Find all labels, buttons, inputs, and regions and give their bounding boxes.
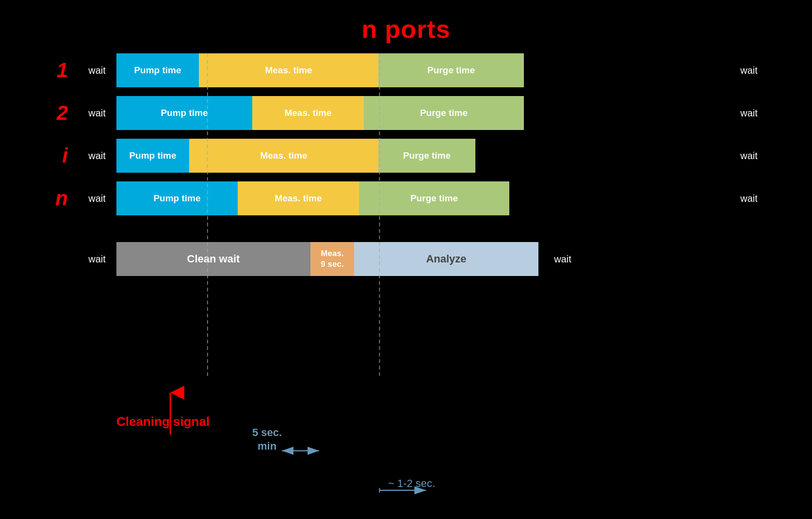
- row-n-bars: Pump time Meas. time Purge time: [116, 181, 725, 215]
- cleaning-signal-label: Cleaning signal: [116, 414, 210, 429]
- row-1-wait-left: wait: [78, 65, 116, 76]
- row-n-purge: Purge time: [359, 181, 509, 215]
- bottom-clean: Clean wait: [116, 242, 310, 276]
- row-1-pump: Pump time: [116, 53, 199, 87]
- row-n-meas: Meas. time: [238, 181, 359, 215]
- row-2-purge: Purge time: [364, 96, 524, 130]
- row-2-wait-left: wait: [78, 108, 116, 119]
- bottom-wait-left: wait: [78, 254, 116, 265]
- five-sec-label: 5 sec.min: [252, 426, 282, 454]
- diagram-container: 1 wait Pump time Meas. time Purge time w…: [39, 53, 773, 500]
- row-i-wait-right: wait: [725, 150, 773, 162]
- bottom-wait-right: wait: [538, 254, 587, 265]
- row-2-bars: Pump time Meas. time Purge time: [116, 96, 725, 130]
- bottom-analyze: Analyze: [354, 242, 538, 276]
- row-i-purge: Purge time: [378, 139, 475, 173]
- row-2: 2 wait Pump time Meas. time Purge time w…: [39, 96, 773, 130]
- row-1-wait-right: wait: [725, 65, 773, 76]
- row-1-bars: Pump time Meas. time Purge time: [116, 53, 725, 87]
- row-i-bars: Pump time Meas. time Purge time: [116, 139, 725, 173]
- row-1-meas: Meas. time: [199, 53, 378, 87]
- row-2-meas: Meas. time: [252, 96, 364, 130]
- row-i-label: i: [39, 144, 78, 167]
- row-1-purge: Purge time: [378, 53, 524, 87]
- bottom-meas-small: Meas. 9 sec.: [310, 242, 354, 276]
- row-n-wait-right: wait: [725, 193, 773, 204]
- five-sec-area: 5 sec.min: [252, 426, 282, 454]
- row-n: n wait Pump time Meas. time Purge time w…: [39, 181, 773, 215]
- row-1-label: 1: [39, 59, 78, 82]
- row-n-label: n: [39, 187, 78, 210]
- bottom-row: wait Clean wait Meas. 9 sec. Analyze wai…: [39, 240, 773, 278]
- row-i-wait-left: wait: [78, 150, 116, 162]
- row-2-label: 2: [39, 101, 78, 125]
- row-i-meas: Meas. time: [189, 139, 378, 173]
- one-two-sec-label: ~ 1-2 sec.: [388, 477, 435, 490]
- row-i: i wait Pump time Meas. time Purge time w…: [39, 139, 773, 173]
- row-2-wait-right: wait: [725, 108, 773, 119]
- row-i-pump: Pump time: [116, 139, 189, 173]
- row-1: 1 wait Pump time Meas. time Purge time w…: [39, 53, 773, 87]
- row-n-pump: Pump time: [116, 181, 238, 215]
- one-two-sec-area: ~ 1-2 sec.: [388, 477, 435, 490]
- main-title: n ports: [0, 0, 812, 44]
- cleaning-signal-area: Cleaning signal: [116, 414, 210, 429]
- row-n-wait-left: wait: [78, 193, 116, 204]
- row-2-pump: Pump time: [116, 96, 252, 130]
